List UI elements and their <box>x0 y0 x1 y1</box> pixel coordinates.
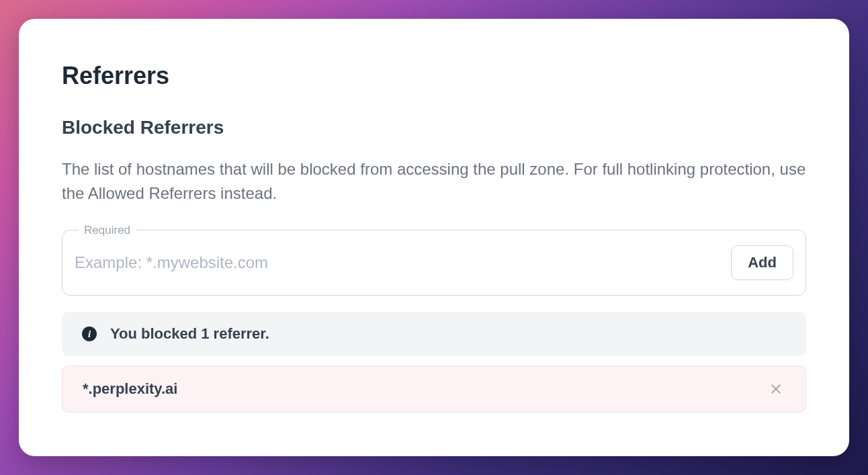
status-text: You blocked 1 referrer. <box>110 325 269 343</box>
status-bar: i You blocked 1 referrer. <box>62 312 806 356</box>
remove-referrer-button[interactable] <box>767 380 785 398</box>
hostname-input[interactable] <box>75 253 731 272</box>
referrer-hostname: *.perplexity.ai <box>83 380 177 398</box>
settings-card: Referrers Blocked Referrers The list of … <box>19 19 849 456</box>
close-icon <box>769 382 783 396</box>
section-description: The list of hostnames that will be block… <box>62 157 806 206</box>
section-title-blocked: Blocked Referrers <box>62 117 806 138</box>
input-legend: Required <box>79 224 136 237</box>
referrer-item: *.perplexity.ai <box>62 365 806 413</box>
hostname-input-group: Required Add <box>62 230 806 296</box>
info-icon: i <box>82 327 97 341</box>
add-button[interactable]: Add <box>731 245 793 280</box>
page-title: Referrers <box>62 62 806 90</box>
